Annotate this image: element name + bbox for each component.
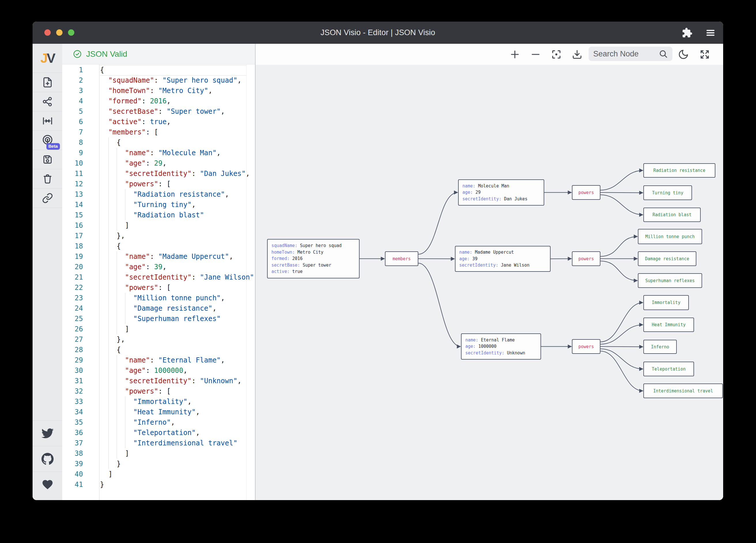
graph-node-power-2-1[interactable]: Heat Immunity [643, 317, 694, 332]
download-image-button[interactable] [571, 49, 583, 60]
zoom-button[interactable] [68, 29, 74, 36]
menu-hamburger-icon[interactable] [705, 28, 716, 38]
code-line: 1{ [62, 65, 255, 75]
link-icon [42, 193, 53, 204]
graph-node-members[interactable]: members [385, 252, 418, 266]
code-line: 13 "Radiation resistance", [62, 189, 255, 200]
sidebar-item-github[interactable] [33, 446, 62, 472]
graph-node-power-1-0[interactable]: Million tonne punch [638, 229, 702, 244]
search-node-input[interactable]: Search Node [589, 47, 672, 61]
code-line: 40 ] [62, 469, 255, 479]
sidebar-item-save[interactable] [33, 150, 62, 169]
titlebar: JSON Visio - Editor | JSON Visio [33, 22, 723, 44]
sidebar-item-share-link[interactable] [33, 189, 62, 208]
graph-node-power-0-1[interactable]: Turning tiny [643, 186, 692, 200]
graph-node-power-1-2[interactable]: Superhuman reflexes [638, 273, 702, 288]
heart-icon [41, 478, 54, 491]
code-line: 2 "squadName": "Super hero squad", [62, 75, 255, 86]
extension-puzzle-icon[interactable] [682, 27, 693, 38]
code-line: 28 { [62, 345, 255, 355]
fullscreen-button[interactable] [699, 49, 710, 60]
graph-node-power-2-4[interactable]: Interdimensional travel [643, 383, 723, 398]
search-placeholder: Search Node [593, 50, 659, 58]
sidebar-item-new-document[interactable] [33, 73, 62, 92]
close-button[interactable] [44, 29, 51, 36]
save-icon [42, 154, 53, 165]
graph-node-member-0[interactable]: name: Molecule Manage: 29secretIdentity:… [458, 179, 544, 206]
code-line: 26 ] [62, 324, 255, 334]
code-line: 25 "Superhuman reflexes" [62, 313, 255, 324]
code-line: 32 "powers": [ [62, 386, 255, 396]
editor-status-header: JSON Valid [62, 44, 255, 65]
code-line: 34 "Heat Immunity", [62, 407, 255, 417]
twitter-icon [41, 427, 54, 439]
minimize-button[interactable] [56, 29, 63, 36]
graph-node-powers-2[interactable]: powers [572, 339, 600, 354]
code-line: 29 "name": "Eternal Flame", [62, 355, 255, 365]
code-line: 22 "powers": [ [62, 282, 255, 293]
code-editor[interactable]: 1{2 "squadName": "Super hero squad",3 "h… [62, 65, 255, 500]
code-line: 19 "name": "Madame Uppercut", [62, 252, 255, 262]
code-line: 15 "Radiation blast" [62, 210, 255, 220]
code-line: 9 "name": "Molecule Man", [62, 148, 255, 158]
trash-icon [42, 173, 53, 184]
center-view-button[interactable] [551, 49, 562, 60]
sidebar-item-graph-view[interactable] [33, 92, 62, 111]
sidebar: JV Beta [33, 44, 62, 500]
code-line: 8 { [62, 137, 255, 148]
file-plus-icon [42, 77, 53, 88]
graph-canvas[interactable]: squadName: Super hero squadhomeTown: Met… [256, 44, 723, 500]
graph-node-power-0-2[interactable]: Radiation blast [643, 208, 701, 222]
app-logo[interactable]: JV [33, 44, 62, 73]
window-title: JSON Visio - Editor | JSON Visio [320, 28, 435, 37]
code-line: 20 "age": 39, [62, 262, 255, 272]
code-line: 5 "secretBase": "Super tower", [62, 106, 255, 117]
graph-node-member-1[interactable]: name: Madame Uppercutage: 39secretIdenti… [455, 246, 551, 272]
moon-icon [678, 49, 689, 60]
code-line: 33 "Immortality", [62, 396, 255, 407]
minus-icon [530, 49, 541, 60]
code-line: 17 }, [62, 231, 255, 241]
zoom-in-button[interactable] [509, 49, 521, 60]
graph-node-power-2-3[interactable]: Teleportation [643, 362, 694, 376]
code-line: 11 "secretIdentity": "Dan Jukes", [62, 169, 255, 179]
sidebar-item-fit-view[interactable] [33, 111, 62, 131]
json-valid-label: JSON Valid [86, 50, 127, 59]
code-line: 14 "Turning tiny", [62, 200, 255, 210]
code-line: 23 "Million tonne punch", [62, 293, 255, 303]
sidebar-item-sponsor[interactable] [33, 472, 62, 497]
graph-node-powers-0[interactable]: powers [572, 185, 600, 200]
graph-node-member-2[interactable]: name: Eternal Flameage: 1000000secretIde… [461, 333, 541, 359]
graph-node-power-0-0[interactable]: Radiation resistance [643, 163, 715, 178]
traffic-lights [44, 29, 74, 36]
code-line: 3 "homeTown": "Metro City", [62, 86, 255, 96]
fullscreen-icon [699, 49, 710, 60]
search-icon [659, 49, 668, 58]
fit-width-icon [42, 115, 53, 127]
code-line: 30 "age": 1000000, [62, 365, 255, 376]
code-line: 38 ] [62, 448, 255, 459]
plus-icon [509, 49, 520, 60]
code-line: 31 "secretIdentity": "Unknown", [62, 376, 255, 386]
code-line: 37 "Interdimensional travel" [62, 438, 255, 448]
sidebar-item-live-preview[interactable]: Beta [33, 131, 62, 150]
code-line: 24 "Damage resistance", [62, 303, 255, 313]
canvas-toolbar: Search Node [256, 44, 723, 65]
code-line: 21 "secretIdentity": "Jane Wilson", [62, 272, 255, 282]
zoom-out-button[interactable] [530, 49, 541, 60]
code-line: 35 "Inferno", [62, 417, 255, 427]
graph-node-power-2-2[interactable]: Inferno [643, 340, 677, 354]
code-line: 10 "age": 29, [62, 158, 255, 169]
sidebar-item-delete[interactable] [33, 169, 62, 189]
beta-badge: Beta [46, 143, 60, 150]
graph-node-root[interactable]: squadName: Super hero squadhomeTown: Met… [267, 239, 360, 278]
json-editor-panel: JSON Valid 1{2 "squadName": "Super hero … [62, 44, 256, 500]
github-icon [41, 453, 54, 465]
center-focus-icon [551, 49, 562, 60]
graph-node-power-2-0[interactable]: Immortality [643, 295, 689, 310]
graph-node-powers-1[interactable]: powers [572, 252, 600, 266]
share-icon [42, 96, 53, 107]
graph-node-power-1-1[interactable]: Damage resistance [638, 252, 696, 266]
sidebar-item-twitter[interactable] [33, 420, 62, 446]
dark-mode-toggle[interactable] [678, 49, 689, 60]
